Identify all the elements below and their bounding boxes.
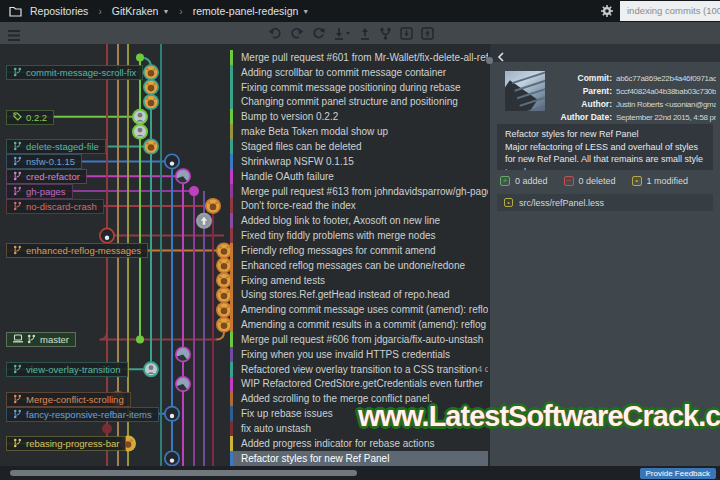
commit-node[interactable]	[189, 186, 199, 196]
commit-row[interactable]: Refactor styles for new Ref Panel	[230, 451, 488, 466]
commit-row[interactable]: Shrinkwrap NSFW 0.1.15	[230, 154, 488, 169]
commit-node[interactable]	[99, 228, 115, 244]
redo-icon[interactable]	[290, 27, 304, 39]
breadcrumb-repositories[interactable]: Repositories	[30, 5, 88, 17]
menu-icon[interactable]	[8, 27, 20, 45]
branch-label[interactable]: nsfw-0.1.15	[6, 154, 82, 169]
commit-row[interactable]: Staged files can be deleted	[230, 139, 488, 154]
commit-row[interactable]: Changing commit panel structure and posi…	[230, 95, 488, 110]
commit-node[interactable]	[175, 168, 191, 184]
commit-row[interactable]: Bump to version 0.2.2	[230, 109, 488, 124]
stash-icon[interactable]	[400, 27, 413, 40]
branch-label[interactable]: 0.2.2	[6, 110, 54, 125]
branch-label[interactable]: master	[6, 332, 76, 347]
push-icon[interactable]	[359, 27, 371, 40]
field-label: Commit:	[548, 72, 612, 85]
commit-message: Bump to version 0.2.2	[241, 111, 338, 122]
commit-node[interactable]	[164, 153, 180, 169]
commit-node[interactable]	[143, 361, 159, 377]
commit-row[interactable]: Adding scrollbar to commit message conta…	[230, 65, 488, 80]
branch-label[interactable]: rebasing-progress-bar	[6, 436, 126, 451]
branch-label[interactable]: no-discard-crash	[6, 199, 104, 214]
branch-icon	[13, 67, 22, 79]
commit-node[interactable]	[143, 94, 159, 110]
commit-row[interactable]: make Beta Token modal show up	[230, 124, 488, 139]
commit-message: Added scrolling to the merge conflict pa…	[241, 393, 432, 404]
commit-row[interactable]: Fixed tiny fiddly problems with merge no…	[230, 228, 488, 243]
commit-row[interactable]: Refactored view overlay transition to a …	[230, 362, 488, 377]
commit-row[interactable]: Added progress indicator for rebase acti…	[230, 436, 488, 451]
provide-feedback-button[interactable]: Provide Feedback	[640, 468, 716, 479]
commit-node[interactable]	[143, 79, 159, 95]
commit-message: Shrinkwrap NSFW 0.1.15	[241, 156, 354, 167]
branch-label[interactable]: fancy-responsive-refbar-items	[6, 407, 159, 422]
commit-node[interactable]	[136, 53, 144, 61]
commit-node[interactable]	[132, 124, 148, 140]
stat-icon: +	[500, 176, 510, 186]
commit-row[interactable]: Enhanced reflog messages can be undone/r…	[230, 258, 488, 273]
branch-label-text: cred-refactor	[26, 171, 80, 182]
commit-node[interactable]	[164, 406, 180, 422]
breadcrumb-repo[interactable]: GitKraken▼	[112, 5, 170, 17]
commit-node[interactable]	[175, 376, 191, 392]
commit-row[interactable]: Amending commit message uses commit (ame…	[230, 302, 488, 317]
pop-icon[interactable]	[421, 27, 434, 40]
branch-label-text: nsfw-0.1.15	[26, 156, 75, 167]
commit-row[interactable]: Fixing when you use invalid HTTPS creden…	[230, 347, 488, 362]
commit-node[interactable]	[196, 213, 212, 229]
commit-row[interactable]: Fixing commit message positioning during…	[230, 80, 488, 95]
commit-message: Using stores.Ref.getHead instead of repo…	[241, 289, 449, 300]
panel-resize-handle[interactable]	[486, 57, 493, 64]
commit-row[interactable]: Amending a commit results in a commit (a…	[230, 317, 488, 332]
commit-row[interactable]: fix auto unstash	[230, 421, 488, 436]
undo-icon[interactable]	[268, 27, 282, 39]
branch-label[interactable]: commit-message-scroll-fix	[6, 65, 143, 80]
branch-label[interactable]: view-overlay-transition	[6, 362, 128, 377]
commit-node[interactable]	[164, 450, 180, 466]
commit-row[interactable]: Merge pull request #613 from johndavidsp…	[230, 184, 488, 199]
commit-node[interactable]	[132, 109, 148, 125]
commit-row[interactable]: Using stores.Ref.getHead instead of repo…	[230, 288, 488, 303]
commit-row[interactable]: Fixing amend tests	[230, 273, 488, 288]
pull-icon[interactable]	[333, 27, 351, 40]
commit-row[interactable]: Added scrolling to the merge conflict pa…	[230, 391, 488, 406]
commit-row[interactable]: Merge pull request #601 from Mr-Wallet/f…	[230, 50, 488, 65]
commit-node[interactable]	[102, 424, 112, 434]
commit-row[interactable]: Don't force-read the index	[230, 198, 488, 213]
commit-row[interactable]: WIP Refactored CredStore.getCredentials …	[230, 377, 488, 392]
commit-message-box: Refactor styles for new Ref Panel Major …	[497, 124, 713, 170]
folder-icon[interactable]	[9, 6, 22, 17]
commit-message: Fixing amend tests	[241, 275, 325, 286]
commit-row[interactable]: Fix up rebase issues	[230, 406, 488, 421]
branch-label[interactable]: cred-refactor	[6, 169, 87, 184]
branch-label[interactable]: enhanced-reflog-messages	[6, 243, 148, 258]
commit-row[interactable]: Handle OAuth failure	[230, 169, 488, 184]
breadcrumb-separator: ›	[98, 6, 101, 17]
branch-label-text: 0.2.2	[26, 112, 47, 123]
commit-row[interactable]: Friendly reflog messages for commit amen…	[230, 243, 488, 258]
commit-row[interactable]: Added blog link to footer, Axosoft on ne…	[230, 213, 488, 228]
horizontal-scrollbar[interactable]	[10, 470, 357, 476]
branch-label[interactable]: Merge-conflict-scrolling	[6, 392, 131, 407]
refresh-icon[interactable]	[312, 27, 325, 40]
breadcrumb-separator: ›	[179, 6, 182, 17]
commit-node[interactable]	[175, 346, 191, 362]
branch-icon[interactable]	[379, 27, 392, 40]
commit-node[interactable]	[143, 64, 159, 80]
field-value: 5ccf40824a04b38bab03c730b41b5e237ba8	[616, 85, 716, 98]
commit-node[interactable]	[143, 139, 159, 155]
gear-icon[interactable]	[600, 4, 614, 20]
commit-node[interactable]	[205, 198, 221, 214]
commit-node[interactable]	[136, 336, 144, 344]
changed-file-row[interactable]: • src/less/refPanel.less	[497, 194, 713, 211]
branch-label[interactable]: gh-pages	[6, 184, 73, 199]
commit-detail-panel: Commit:ab6c77a869e22b4a46f0971acf84be919…	[490, 44, 720, 466]
branch-label-text: no-discard-crash	[26, 201, 97, 212]
breadcrumb-branch[interactable]: remote-panel-redesign▼	[193, 5, 310, 17]
commit-message: Added progress indicator for rebase acti…	[241, 438, 434, 449]
commit-row[interactable]: Merge pull request #606 from jdgarcia/fi…	[230, 332, 488, 347]
back-icon[interactable]	[497, 48, 505, 66]
stat-label: 0 added	[515, 176, 548, 186]
field-value: September 22nd 2015, 4:58 pm	[616, 111, 716, 124]
branch-label[interactable]: delete-staged-file	[6, 139, 106, 154]
